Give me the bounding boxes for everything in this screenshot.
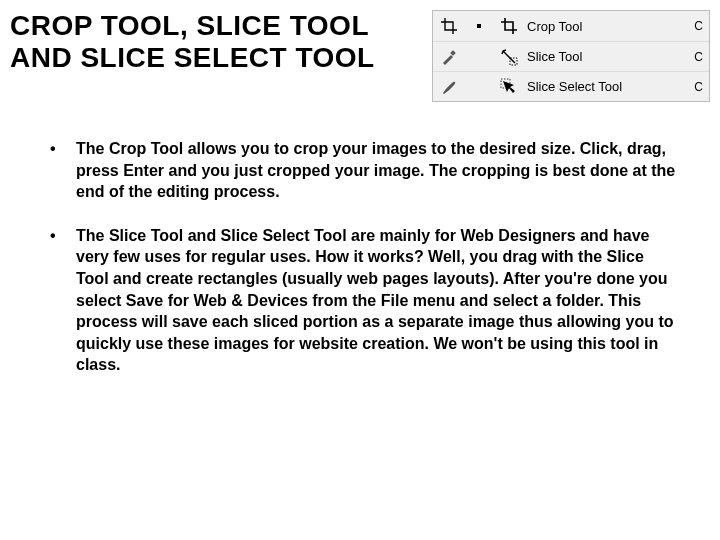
tool-flyout-panel: Crop Tool C Slice Tool C: [432, 10, 710, 102]
slice-icon: [497, 48, 521, 66]
eyedropper-icon: [437, 48, 461, 66]
tool-shortcut: C: [689, 80, 703, 94]
tool-shortcut: C: [689, 50, 703, 64]
bullet-list: The Crop Tool allows you to crop your im…: [50, 138, 676, 376]
slice-select-icon: [497, 78, 521, 96]
tool-row-slice-select[interactable]: Slice Select Tool C: [433, 71, 709, 101]
brush-icon: [437, 78, 461, 96]
list-item: The Crop Tool allows you to crop your im…: [50, 138, 676, 203]
tool-label: Slice Select Tool: [527, 79, 683, 94]
tool-row-crop[interactable]: Crop Tool C: [433, 11, 709, 41]
crop-icon: [497, 17, 521, 35]
page-title: CROP TOOL, SLICE TOOL AND SLICE SELECT T…: [10, 10, 424, 74]
tool-label: Crop Tool: [527, 19, 683, 34]
svg-rect-0: [450, 50, 456, 56]
list-item: The Slice Tool and Slice Select Tool are…: [50, 225, 676, 376]
selected-dot-icon: [467, 24, 491, 28]
crop-icon-small: [437, 17, 461, 35]
tool-row-slice[interactable]: Slice Tool C: [433, 41, 709, 71]
content-area: The Crop Tool allows you to crop your im…: [0, 102, 720, 376]
tool-shortcut: C: [689, 19, 703, 33]
tool-label: Slice Tool: [527, 49, 683, 64]
